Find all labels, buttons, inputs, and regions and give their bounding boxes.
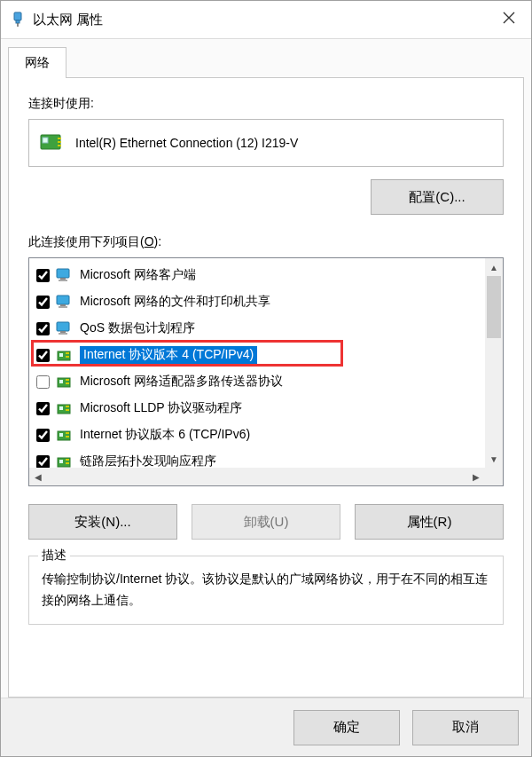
svg-rect-1 [16, 20, 20, 23]
list-item-label: 链路层拓扑发现响应程序 [80, 453, 216, 468]
svg-rect-16 [59, 333, 67, 335]
svg-rect-9 [60, 278, 66, 280]
svg-rect-26 [59, 406, 63, 410]
svg-rect-12 [60, 304, 66, 306]
list-item-label: QoS 数据包计划程序 [80, 320, 195, 336]
connect-using-label: 连接时使用: [28, 96, 504, 112]
adapter-box: Intel(R) Ethernet Connection (12) I219-V [28, 119, 504, 167]
install-button[interactable]: 安装(N)... [28, 504, 177, 540]
protocol-icon [55, 426, 74, 444]
list-item-label: Internet 协议版本 4 (TCP/IPv4) [80, 346, 257, 364]
svg-rect-0 [14, 12, 21, 20]
properties-button-label: 属性(R) [407, 514, 452, 531]
protocol-icon [55, 373, 74, 390]
client-icon [55, 266, 74, 284]
description-legend: 描述 [38, 548, 70, 564]
titlebar: 以太网 属性 [1, 1, 531, 38]
scrollbar-corner [485, 468, 503, 485]
nic-icon [40, 132, 65, 154]
cancel-button[interactable]: 取消 [412, 710, 519, 745]
ethernet-icon [10, 12, 26, 28]
list-item[interactable]: Microsoft 网络客户端 [33, 262, 485, 288]
list-item[interactable]: Microsoft LLDP 协议驱动程序 [33, 395, 485, 422]
list-item-checkbox[interactable] [36, 322, 50, 335]
configure-button[interactable]: 配置(C)... [371, 179, 504, 215]
svg-rect-6 [58, 141, 61, 143]
uninstall-button-label: 卸载(U) [244, 514, 289, 531]
tab-network[interactable]: 网络 [8, 47, 66, 78]
tab-panel-network: 连接时使用: Intel(R) Ethernet Connection (12)… [8, 77, 524, 698]
list-item[interactable]: QoS 数据包计划程序 [33, 315, 485, 342]
list-item-checkbox[interactable] [36, 349, 50, 362]
list-item[interactable]: Microsoft 网络适配器多路传送器协议 [33, 368, 485, 395]
scroll-down-arrow-icon[interactable]: ▼ [485, 450, 503, 468]
list-item-label: Microsoft 网络的文件和打印机共享 [80, 294, 270, 310]
ok-button[interactable]: 确定 [293, 710, 400, 745]
list-item-checkbox[interactable] [36, 455, 50, 469]
list-item-label: Microsoft LLDP 协议驱动程序 [80, 400, 242, 416]
scroll-right-arrow-icon[interactable]: ▶ [467, 468, 485, 485]
list-item-checkbox[interactable] [36, 269, 50, 282]
protocol-icon [55, 399, 74, 417]
tabstrip: 网络 [1, 39, 531, 77]
scroll-up-arrow-icon[interactable]: ▲ [485, 258, 503, 276]
svg-rect-22 [59, 380, 63, 383]
list-item[interactable]: Microsoft 网络的文件和打印机共享 [33, 288, 485, 315]
list-item-checkbox[interactable] [36, 429, 50, 442]
list-item[interactable]: 链路层拓扑发现响应程序 [33, 448, 485, 468]
items-label: 此连接使用下列项目(O): [28, 234, 504, 250]
properties-button[interactable]: 属性(R) [355, 504, 504, 540]
protocol-icon [55, 346, 74, 364]
list-item-checkbox[interactable] [36, 375, 50, 389]
cancel-button-label: 取消 [452, 719, 479, 736]
protocol-icon [55, 453, 74, 468]
dialog-footer: 确定 取消 [1, 698, 531, 756]
ok-button-label: 确定 [333, 719, 360, 736]
description-group: 描述 传输控制协议/Internet 协议。该协议是默认的广域网络协议，用于在不… [28, 556, 504, 625]
list-item-label: Microsoft 网络客户端 [80, 267, 196, 283]
configure-button-label: 配置(C)... [409, 189, 465, 206]
horizontal-scrollbar[interactable]: ◀ ▶ [29, 468, 485, 485]
svg-rect-10 [59, 280, 67, 281]
adapter-name: Intel(R) Ethernet Connection (12) I219-V [75, 136, 298, 150]
svg-rect-15 [60, 331, 66, 333]
svg-rect-14 [57, 322, 69, 331]
list-item-label: Microsoft 网络适配器多路传送器协议 [80, 374, 283, 390]
close-button[interactable] [487, 1, 531, 38]
uninstall-button: 卸载(U) [192, 504, 340, 540]
scroll-left-arrow-icon[interactable]: ◀ [29, 468, 47, 485]
svg-rect-30 [59, 433, 63, 437]
svg-rect-11 [57, 296, 69, 304]
vertical-scrollbar[interactable]: ▲ ▼ [485, 258, 503, 468]
svg-rect-13 [59, 306, 67, 308]
svg-rect-34 [59, 460, 63, 463]
client-icon [55, 293, 74, 311]
list-item-checkbox[interactable] [36, 296, 50, 309]
svg-rect-18 [59, 353, 63, 357]
list-item[interactable]: Internet 协议版本 4 (TCP/IPv4) [33, 342, 485, 368]
svg-rect-7 [58, 145, 61, 146]
list-item-checkbox[interactable] [36, 402, 50, 415]
components-listbox[interactable]: Microsoft 网络客户端Microsoft 网络的文件和打印机共享QoS … [28, 257, 504, 486]
dialog-body: 网络 连接时使用: Intel(R) Ethernet Connection (… [1, 38, 531, 756]
scroll-track[interactable] [485, 276, 503, 450]
close-icon [503, 11, 515, 28]
scroll-thumb[interactable] [487, 276, 501, 338]
list-item[interactable]: Internet 协议版本 6 (TCP/IPv6) [33, 422, 485, 448]
svg-rect-8 [57, 269, 69, 278]
install-button-label: 安装(N)... [74, 514, 130, 531]
svg-rect-5 [58, 138, 61, 139]
list-item-label: Internet 协议版本 6 (TCP/IPv6) [80, 427, 250, 443]
description-text: 传输控制协议/Internet 协议。该协议是默认的广域网络协议，用于在不同的相… [42, 569, 490, 611]
svg-rect-4 [43, 138, 48, 143]
window-title: 以太网 属性 [33, 12, 103, 28]
client-icon [55, 319, 74, 337]
